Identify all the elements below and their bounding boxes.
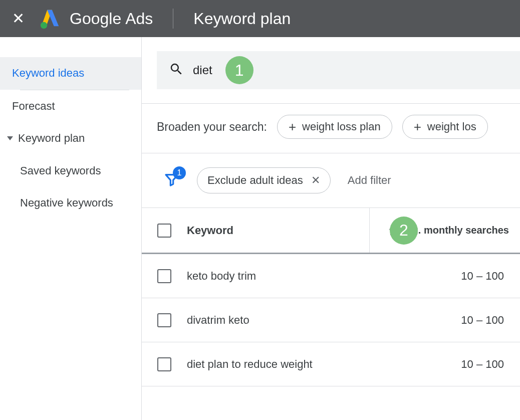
search-query: diet [193,63,212,77]
broaden-chip-weight-loss-plan[interactable]: + weight loss plan [277,115,392,139]
row-checkbox[interactable] [142,313,187,327]
sidebar-item-label: Saved keywords [20,164,101,178]
sidebar-item-keyword-plan[interactable]: Keyword plan [0,122,141,155]
table-row[interactable]: divatrim keto 10 – 100 [142,298,520,342]
search-icon [169,62,184,79]
table-row[interactable]: diet plan to reduce weight 10 – 100 [142,342,520,386]
sidebar-item-saved-keywords[interactable]: Saved keywords [0,155,141,187]
add-filter-button[interactable]: Add filter [348,174,391,187]
filter-count-badge: 1 [173,166,186,179]
broaden-search-row: Broaden your search: + weight loss plan … [142,103,520,153]
plus-icon: + [289,120,296,133]
filter-chip-exclude-adult[interactable]: Exclude adult ideas ✕ [197,167,331,193]
cell-keyword: diet plan to reduce weight [187,358,370,371]
annotation-badge-2: 2 [390,217,418,245]
broaden-chip-weight-los[interactable]: + weight los [402,115,488,139]
header-divider [173,9,173,29]
keywords-table: Keyword ↑ 2 Avg. monthly searches keto b… [142,208,520,420]
table-row[interactable]: keto body trim 10 – 100 [142,254,520,298]
row-checkbox[interactable] [142,269,187,283]
sidebar-item-label: Negative keywords [20,196,113,211]
product-name-ads: Ads [125,10,153,28]
cell-keyword: keto body trim [187,270,370,283]
column-header-searches[interactable]: ↑ 2 Avg. monthly searches [370,224,520,238]
filter-row: 1 Exclude adult ideas ✕ Add filter [142,153,520,208]
page-title: Keyword plan [193,10,291,28]
product-logo: Google Ads [39,7,153,30]
sidebar-item-forecast[interactable]: Forecast [0,90,141,123]
row-checkbox[interactable] [142,357,187,371]
annotation-badge-1: 1 [225,56,253,84]
filter-icon[interactable]: 1 [164,171,180,189]
cell-searches: 10 – 100 [370,270,520,283]
sidebar-item-keyword-ideas[interactable]: Keyword ideas [0,57,141,90]
svg-point-0 [41,22,47,29]
filter-chip-label: Exclude adult ideas [207,174,303,187]
broaden-label: Broaden your search: [157,120,267,134]
table-header: Keyword ↑ 2 Avg. monthly searches [142,208,520,254]
sidebar: Keyword ideas Forecast Keyword plan Save… [0,37,142,420]
checkbox-icon [157,269,171,283]
close-icon[interactable]: ✕ [12,11,25,26]
main-content: diet 1 Broaden your search: + weight los… [142,37,520,420]
cell-searches: 10 – 100 [370,358,520,371]
keyword-search-bar[interactable]: diet 1 [157,51,520,89]
app-header: ✕ Google Ads Keyword plan [0,0,520,37]
chip-label: weight loss plan [302,120,381,133]
checkbox-icon [157,313,171,327]
caret-down-icon [7,136,13,140]
column-label: Keyword [187,224,233,237]
sidebar-item-label: Forecast [12,99,55,114]
google-ads-logo-icon [39,7,62,30]
cell-searches: 10 – 100 [370,314,520,327]
sidebar-item-label: Keyword ideas [12,66,84,81]
column-header-keyword[interactable]: Keyword [187,208,370,253]
checkbox-icon [157,224,171,238]
sidebar-item-negative-keywords[interactable]: Negative keywords [0,187,141,220]
plus-icon: + [414,120,421,133]
product-name-google: Google [70,10,121,28]
chip-label: weight los [427,120,476,133]
checkbox-icon [157,357,171,371]
sidebar-item-label: Keyword plan [18,131,85,146]
close-icon[interactable]: ✕ [311,174,320,187]
cell-keyword: divatrim keto [187,314,370,327]
select-all-checkbox[interactable] [142,224,187,238]
